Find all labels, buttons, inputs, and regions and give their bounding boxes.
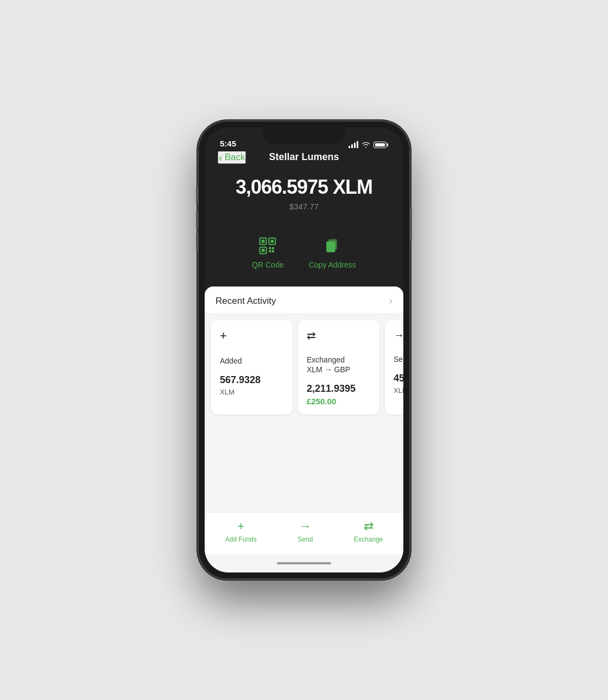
exchange-label: Exchange [354,536,383,543]
back-label: Back [225,152,245,163]
card-label-added: Added [220,356,284,366]
wifi-icon [362,142,370,148]
nav-row: ‹ Back Stellar Lumens [218,151,390,163]
home-bar [277,562,331,564]
card-label-exchanged: Exchanged XLM → GBP [307,355,371,374]
status-time: 5:45 [220,139,236,148]
qr-code-icon [259,237,276,257]
card-amount-exchanged: 2,211.9395 [307,383,371,394]
activity-card-exchanged[interactable]: ⇄ Exchanged XLM → GBP 2,211.9395 £250.00 [298,320,379,415]
add-icon: + [220,329,284,343]
recent-activity-chevron-icon: › [389,295,392,307]
send-right-icon: → [394,329,403,341]
qr-code-label: QR Code [252,260,283,269]
svg-rect-5 [262,249,265,252]
add-funds-button[interactable]: + Add Funds [225,519,257,543]
svg-rect-7 [272,247,274,249]
copy-icon [325,237,340,257]
send-arrow-icon: → [299,519,311,533]
card-fiat-exchanged: £250.00 [307,397,371,406]
svg-rect-6 [269,247,271,249]
page-title: Stellar Lumens [269,151,339,163]
activity-card-sent[interactable]: → Sen 45 XLM [385,320,403,415]
action-buttons-row: QR Code Copy Address [218,237,390,269]
card-amount-added: 567.9328 [220,374,284,386]
svg-rect-11 [327,241,335,252]
signal-bars-icon [349,141,358,148]
exchange-button[interactable]: ⇄ Exchange [354,519,383,543]
battery-icon [373,142,388,148]
white-section: Recent Activity › + Added 567.9328 XLM ⇄… [205,287,403,572]
add-funds-label: Add Funds [225,536,257,543]
balance-amount: 3,066.5975 XLM [218,176,390,199]
bottom-bar: + Add Funds → Send ⇄ Exchange [205,512,403,554]
svg-rect-9 [272,250,274,252]
send-label: Send [297,536,313,543]
recent-activity-header[interactable]: Recent Activity › [205,287,403,314]
back-button[interactable]: ‹ Back [218,151,246,164]
qr-code-button[interactable]: QR Code [252,237,283,269]
card-label-sent: Sen [394,354,403,364]
card-amount-sent: 45 [394,373,403,384]
copy-address-label: Copy Address [309,260,356,269]
svg-rect-1 [262,240,265,243]
svg-rect-8 [269,250,271,252]
recent-activity-title: Recent Activity [216,296,276,307]
card-currency-added: XLM [220,388,284,396]
exchange-arrows-icon: ⇄ [364,519,373,533]
activity-cards-row: + Added 567.9328 XLM ⇄ Exchanged XLM → G… [205,314,403,421]
svg-rect-3 [271,240,274,243]
activity-card-added[interactable]: + Added 567.9328 XLM [211,320,293,415]
copy-address-button[interactable]: Copy Address [309,237,356,269]
status-icons [349,141,388,148]
add-funds-icon: + [237,519,244,533]
balance-fiat: $347.77 [218,202,390,211]
exchange-icon: ⇄ [307,329,371,342]
card-currency-sent: XLM [394,386,403,394]
dark-header-section: ‹ Back Stellar Lumens 3,066.5975 XLM $34… [205,151,403,287]
home-indicator [205,554,403,572]
send-button[interactable]: → Send [297,519,313,543]
back-chevron-icon: ‹ [219,152,223,163]
